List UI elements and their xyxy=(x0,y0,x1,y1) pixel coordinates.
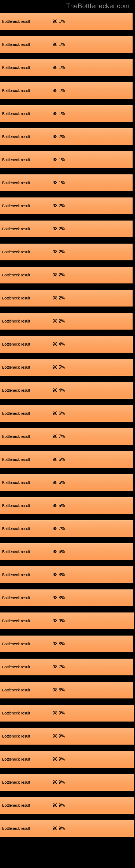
bar-label: Bottleneck result xyxy=(2,642,30,646)
bar-row: Bottleneck result98.8% xyxy=(0,589,135,606)
bottleneck-bar: Bottleneck result98.1% xyxy=(0,105,133,122)
bar-label: Bottleneck result xyxy=(2,365,30,369)
bottleneck-bar: Bottleneck result98.2% xyxy=(0,290,133,307)
bar-value: 98.5% xyxy=(53,503,65,508)
bar-row: Bottleneck result98.2% xyxy=(0,267,135,283)
bar-value: 98.7% xyxy=(53,526,65,531)
bottleneck-bar: Bottleneck result98.1% xyxy=(0,36,133,53)
bottleneck-bar: Bottleneck result98.9% xyxy=(0,751,134,768)
bar-value: 98.2% xyxy=(53,250,65,254)
bar-row: Bottleneck result98.2% xyxy=(0,128,135,145)
bottleneck-bar: Bottleneck result98.7% xyxy=(0,659,133,675)
bar-label: Bottleneck result xyxy=(2,803,30,807)
bar-row: Bottleneck result98.9% xyxy=(0,774,135,791)
bar-value: 98.7% xyxy=(53,664,65,670)
bar-row: Bottleneck result98.6% xyxy=(0,405,135,422)
bar-row: Bottleneck result98.1% xyxy=(0,13,135,30)
bar-value: 98.1% xyxy=(53,19,65,24)
bottleneck-bar: Bottleneck result98.7% xyxy=(0,520,133,537)
bar-row: Bottleneck result98.5% xyxy=(0,497,135,514)
bar-label: Bottleneck result xyxy=(2,112,30,116)
bar-row: Bottleneck result98.4% xyxy=(0,382,135,399)
bar-value: 98.6% xyxy=(53,457,65,462)
bar-row: Bottleneck result98.5% xyxy=(0,359,135,376)
bar-label: Bottleneck result xyxy=(2,688,30,692)
bar-label: Bottleneck result xyxy=(2,65,30,70)
bar-value: 98.6% xyxy=(53,411,65,416)
bar-label: Bottleneck result xyxy=(2,711,30,715)
bar-value: 98.2% xyxy=(53,273,65,278)
bottleneck-bar: Bottleneck result98.6% xyxy=(0,405,133,422)
bar-label: Bottleneck result xyxy=(2,158,30,162)
bar-row: Bottleneck result98.1% xyxy=(0,175,135,191)
bottleneck-bar: Bottleneck result98.2% xyxy=(0,220,133,237)
bar-label: Bottleneck result xyxy=(2,665,30,669)
bottleneck-bar: Bottleneck result98.1% xyxy=(0,175,133,191)
bar-value: 98.1% xyxy=(53,65,65,70)
bar-row: Bottleneck result98.2% xyxy=(0,244,135,260)
bottleneck-bar: Bottleneck result98.6% xyxy=(0,474,133,491)
bar-value: 98.8% xyxy=(53,642,65,646)
bar-value: 98.9% xyxy=(53,734,65,739)
bar-label: Bottleneck result xyxy=(2,388,30,393)
bar-row: Bottleneck result98.2% xyxy=(0,220,135,237)
bar-label: Bottleneck result xyxy=(2,457,30,462)
bar-label: Bottleneck result xyxy=(2,342,30,346)
bar-value: 98.8% xyxy=(53,572,65,577)
bar-value: 98.7% xyxy=(53,434,65,439)
bar-label: Bottleneck result xyxy=(2,296,30,300)
bar-label: Bottleneck result xyxy=(2,734,30,738)
bar-row: Bottleneck result98.6% xyxy=(0,451,135,468)
bar-value: 98.1% xyxy=(53,180,65,185)
bar-row: Bottleneck result98.9% xyxy=(0,705,135,721)
bottleneck-bar: Bottleneck result98.2% xyxy=(0,267,133,283)
bar-row: Bottleneck result98.1% xyxy=(0,105,135,122)
bar-value: 98.4% xyxy=(53,388,65,393)
bottleneck-bar: Bottleneck result98.7% xyxy=(0,428,133,445)
bar-label: Bottleneck result xyxy=(2,204,30,208)
bar-label: Bottleneck result xyxy=(2,480,30,485)
bar-value: 98.9% xyxy=(53,618,65,623)
bar-row: Bottleneck result98.2% xyxy=(0,197,135,214)
bar-row: Bottleneck result98.7% xyxy=(0,659,135,675)
bar-label: Bottleneck result xyxy=(2,273,30,277)
bar-label: Bottleneck result xyxy=(2,780,30,784)
bar-value: 98.1% xyxy=(53,111,65,116)
bar-row: Bottleneck result98.9% xyxy=(0,728,135,745)
bar-label: Bottleneck result xyxy=(2,572,30,577)
bottleneck-bar: Bottleneck result98.2% xyxy=(0,197,133,214)
bar-label: Bottleneck result xyxy=(2,319,30,323)
bar-row: Bottleneck result98.6% xyxy=(0,543,135,560)
bottleneck-bar: Bottleneck result98.9% xyxy=(0,820,134,837)
bar-value: 98.1% xyxy=(53,157,65,162)
bar-value: 98.4% xyxy=(53,342,65,347)
bar-row: Bottleneck result98.8% xyxy=(0,566,135,583)
bar-row: Bottleneck result98.4% xyxy=(0,336,135,352)
bar-row: Bottleneck result98.6% xyxy=(0,474,135,491)
bar-label: Bottleneck result xyxy=(2,181,30,185)
bottleneck-bar: Bottleneck result98.4% xyxy=(0,382,133,399)
bottleneck-bar: Bottleneck result98.8% xyxy=(0,589,133,606)
bottleneck-bar: Bottleneck result98.8% xyxy=(0,682,133,699)
bar-label: Bottleneck result xyxy=(2,42,30,46)
bar-value: 98.9% xyxy=(53,757,65,762)
bar-value: 98.2% xyxy=(53,296,65,301)
bottleneck-bar: Bottleneck result98.2% xyxy=(0,244,133,260)
bottleneck-bar: Bottleneck result98.2% xyxy=(0,128,133,145)
bar-row: Bottleneck result98.7% xyxy=(0,428,135,445)
bar-label: Bottleneck result xyxy=(2,250,30,254)
bar-row: Bottleneck result98.2% xyxy=(0,290,135,307)
bottleneck-bar: Bottleneck result98.4% xyxy=(0,336,133,352)
bar-value: 98.9% xyxy=(53,780,65,785)
bottleneck-bar: Bottleneck result98.8% xyxy=(0,636,133,652)
bar-row: Bottleneck result98.8% xyxy=(0,682,135,699)
bar-value: 98.9% xyxy=(53,803,65,808)
bar-row: Bottleneck result98.9% xyxy=(0,613,135,629)
bottleneck-bar: Bottleneck result98.9% xyxy=(0,797,134,814)
bar-row: Bottleneck result98.9% xyxy=(0,820,135,837)
bar-label: Bottleneck result xyxy=(2,411,30,415)
bar-value: 98.2% xyxy=(53,204,65,208)
bottleneck-bar: Bottleneck result98.1% xyxy=(0,151,133,168)
bar-label: Bottleneck result xyxy=(2,227,30,231)
bar-value: 98.8% xyxy=(53,688,65,692)
